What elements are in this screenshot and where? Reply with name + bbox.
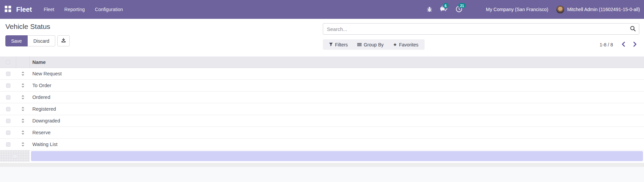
- new-row-checkbox[interactable]: [13, 154, 17, 158]
- sort-handle-icon: [21, 71, 25, 76]
- systray: 6 21 My Company (San Francisco) Mitchell…: [423, 0, 644, 19]
- filters-label: Filters: [335, 42, 348, 47]
- row-checkbox[interactable]: [6, 83, 10, 88]
- table-row[interactable]: To Order: [0, 80, 644, 92]
- row-checkbox-cell: [0, 80, 16, 91]
- page: Fleet Fleet Reporting Configuration: [0, 0, 644, 182]
- avatar: [556, 6, 564, 13]
- group-by-button[interactable]: Group By: [352, 39, 388, 50]
- row-name[interactable]: To Order: [30, 80, 644, 91]
- drag-handle[interactable]: [16, 115, 30, 126]
- table-row[interactable]: Reserve: [0, 127, 644, 139]
- filters-button[interactable]: Filters: [324, 39, 352, 50]
- user-name: Mitchell Admin (11602491-15-0-all): [567, 7, 641, 12]
- sort-handle-icon: [21, 142, 25, 147]
- edit-buttons: Save Discard: [5, 35, 70, 46]
- export-button[interactable]: [57, 35, 70, 46]
- search-icon: [630, 26, 636, 33]
- row-checkbox[interactable]: [6, 72, 10, 76]
- row-checkbox[interactable]: [6, 107, 10, 111]
- row-name[interactable]: Ordered: [30, 92, 644, 103]
- favorites-label: Favorites: [399, 42, 419, 47]
- messages-button[interactable]: 6: [436, 0, 452, 19]
- control-panel-right: Filters Group By ★: [323, 19, 639, 57]
- download-icon: [61, 38, 66, 44]
- top-navbar: Fleet Fleet Reporting Configuration: [0, 0, 644, 19]
- apps-menu-button[interactable]: [0, 0, 16, 19]
- drag-handle[interactable]: [16, 139, 30, 150]
- control-panel: Vehicle Status Save Discard: [0, 19, 644, 57]
- list-view: Name New Request To Order Ordered Regist…: [0, 57, 644, 167]
- row-checkbox[interactable]: [6, 95, 10, 100]
- sort-handle-icon: [21, 106, 25, 112]
- bug-icon: [427, 6, 432, 13]
- new-row-input-cell: [30, 150, 644, 162]
- group-by-label: Group By: [364, 42, 384, 47]
- table-row[interactable]: Downgraded: [0, 115, 644, 127]
- search-submit-button[interactable]: [628, 24, 638, 34]
- debug-button[interactable]: [423, 0, 436, 19]
- chevron-left-icon: [622, 42, 625, 48]
- column-header-name[interactable]: Name: [30, 57, 644, 68]
- user-menu[interactable]: Mitchell Admin (11602491-15-0-all): [556, 6, 641, 13]
- menu-reporting[interactable]: Reporting: [59, 7, 90, 12]
- new-row-checkbox-cell: [0, 150, 30, 162]
- menu-configuration[interactable]: Configuration: [90, 7, 128, 12]
- header-checkbox-cell: [0, 57, 16, 68]
- drag-handle[interactable]: [16, 103, 30, 115]
- row-checkbox[interactable]: [6, 142, 10, 147]
- new-record-row: [0, 150, 644, 162]
- save-button[interactable]: Save: [5, 35, 28, 46]
- activities-button[interactable]: 21: [452, 0, 466, 19]
- search-options-row: Filters Group By ★: [323, 39, 639, 50]
- filter-funnel-icon: [329, 42, 333, 47]
- filter-group: Filters Group By ★: [323, 39, 425, 50]
- favorites-button[interactable]: ★ Favorites: [388, 39, 423, 50]
- row-checkbox-cell: [0, 127, 16, 138]
- pager-next-button[interactable]: [631, 40, 639, 49]
- row-checkbox-cell: [0, 103, 16, 115]
- sort-handle-icon: [21, 130, 25, 135]
- page-title: Vehicle Status: [5, 23, 70, 31]
- sort-handle-icon: [21, 118, 25, 123]
- row-name[interactable]: New Request: [30, 68, 644, 79]
- table-row[interactable]: Registered: [0, 103, 644, 115]
- drag-handle[interactable]: [16, 80, 30, 91]
- app-brand[interactable]: Fleet: [16, 6, 32, 13]
- row-checkbox-cell: [0, 139, 16, 150]
- search-box: [323, 23, 639, 35]
- row-checkbox-cell: [0, 92, 16, 103]
- company-switcher[interactable]: My Company (San Francisco): [486, 7, 548, 12]
- row-checkbox[interactable]: [6, 131, 10, 135]
- table-row[interactable]: Waiting List: [0, 139, 644, 150]
- activities-count-badge: 21: [458, 3, 466, 8]
- pager: 1-8 / 8: [600, 40, 639, 49]
- search-input[interactable]: [323, 23, 639, 35]
- pager-range: 1-8 / 8: [600, 42, 613, 47]
- row-name[interactable]: Registered: [30, 103, 644, 115]
- table-row[interactable]: Ordered: [0, 92, 644, 103]
- discard-button[interactable]: Discard: [28, 35, 55, 46]
- drag-handle[interactable]: [16, 127, 30, 138]
- new-row-name-input[interactable]: [31, 151, 643, 161]
- star-icon: ★: [393, 42, 397, 47]
- table-row[interactable]: New Request: [0, 68, 644, 80]
- drag-handle[interactable]: [16, 92, 30, 103]
- row-name[interactable]: Waiting List: [30, 139, 644, 150]
- control-panel-left: Vehicle Status Save Discard: [5, 19, 70, 57]
- pager-previous-button[interactable]: [619, 40, 628, 49]
- row-name[interactable]: Reserve: [30, 127, 644, 138]
- row-checkbox-cell: [0, 115, 16, 126]
- sort-handle-icon: [21, 95, 25, 100]
- drag-handle[interactable]: [16, 68, 30, 79]
- navbar-left: Fleet Fleet Reporting Configuration: [0, 0, 128, 19]
- row-checkbox-cell: [0, 68, 16, 79]
- sort-handle-icon: [21, 83, 25, 88]
- row-name[interactable]: Downgraded: [30, 115, 644, 126]
- row-checkbox[interactable]: [6, 119, 10, 123]
- select-all-checkbox[interactable]: [6, 60, 10, 64]
- menu-fleet[interactable]: Fleet: [39, 7, 59, 12]
- table-footer-band: [0, 163, 644, 167]
- apps-grid-icon: [4, 5, 11, 13]
- header-handle-cell: [16, 57, 30, 68]
